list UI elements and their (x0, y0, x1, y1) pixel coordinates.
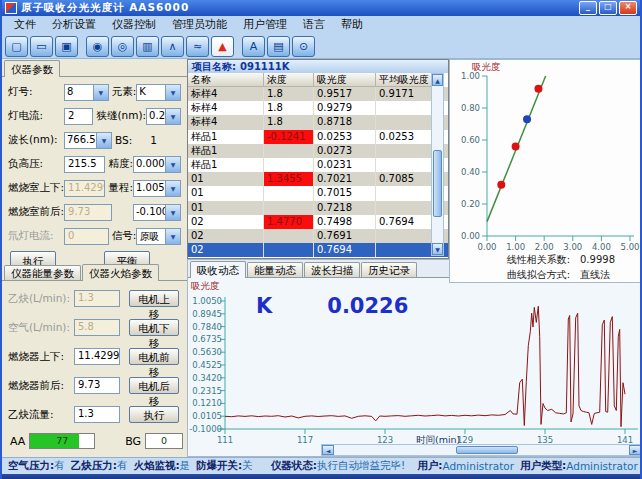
cell-absorbance: 0.7021 (314, 172, 376, 186)
scrollbar-thumb[interactable] (433, 150, 442, 217)
burner-updown-input[interactable]: 11.4299 (74, 348, 120, 365)
table-row[interactable]: 011.34550.70210.7085 (188, 172, 448, 186)
wavelength-label: 波长(nm): (8, 133, 64, 147)
range-select[interactable]: 1.0050▼ (133, 180, 181, 197)
close-button[interactable]: × (619, 1, 637, 15)
scrollbar-thumb[interactable] (456, 446, 518, 454)
table-row[interactable]: 样品10.0231 (188, 158, 448, 172)
d2-current-input: 0 (64, 228, 109, 245)
precision-select[interactable]: 0.0000▼ (133, 156, 181, 173)
cell-name: 样品1 (188, 158, 264, 172)
svg-text:0.6735: 0.6735 (192, 334, 222, 344)
cell-concentration: 1.8 (264, 101, 314, 115)
menubar: 文件分析设置仪器控制管理员功能用户管理语言帮助 (2, 16, 640, 34)
tab-flame-params[interactable]: 仪器火焰参数 (82, 264, 159, 281)
c2h2-flow-input[interactable]: 1.3 (74, 406, 120, 423)
chevron-down-icon[interactable]: ▼ (165, 229, 180, 244)
results-panel: 项目名称: 091111K 名称浓度吸光度平均吸光度 标样41.80.95170… (187, 59, 449, 259)
wavelength-select[interactable]: 766.5▼ (64, 132, 112, 149)
menu-item-5[interactable]: 语言 (295, 17, 333, 33)
chevron-down-icon[interactable]: ▼ (165, 109, 180, 124)
burner-frontback-input[interactable]: 9.73 (74, 377, 120, 394)
wavelength-icon[interactable]: ≈ (186, 36, 209, 57)
new-file-icon[interactable]: ▢ (5, 36, 28, 57)
minimize-button[interactable]: _ (579, 1, 597, 15)
menu-item-2[interactable]: 仪器控制 (104, 17, 164, 33)
element-select[interactable]: K▼ (136, 84, 181, 101)
column-header-3[interactable]: 平均吸光度 (376, 73, 432, 87)
scroll-down-icon[interactable]: ▼ (432, 243, 443, 255)
motor-down-button[interactable]: 电机下移 (129, 319, 179, 336)
table-row[interactable]: 标样41.80.9279 (188, 101, 448, 115)
chevron-down-icon[interactable]: ▼ (165, 181, 180, 196)
cell-avg-absorbance: 0.7085 (376, 172, 432, 186)
column-header-0[interactable]: 名称 (188, 73, 264, 87)
explosion-switch-value: 关 (242, 459, 253, 473)
scroll-right-icon[interactable]: ► (629, 445, 641, 455)
motor-forward-button[interactable]: 电机前移 (129, 348, 179, 365)
aa-energy-meter: 77 (29, 433, 95, 449)
save-icon[interactable]: ▣ (55, 36, 78, 57)
time-scrollbar[interactable]: ◄ ► (321, 444, 642, 456)
menu-item-4[interactable]: 用户管理 (235, 17, 295, 33)
cell-name: 标样4 (188, 87, 264, 101)
signal-select[interactable]: 原吸▼ (136, 228, 181, 245)
chevron-down-icon[interactable]: ▼ (165, 85, 180, 100)
lamp-no-label: 灯号: (8, 85, 64, 99)
table-row[interactable]: 标样41.80.8718 (188, 115, 448, 129)
tab-wavelength-scan[interactable]: 波长扫描 (304, 262, 360, 277)
offset-select[interactable]: -0.1000▼ (133, 204, 181, 221)
table-row[interactable]: 样品1-0.12410.02530.0253 (188, 130, 448, 144)
column-header-2[interactable]: 吸光度 (314, 73, 376, 87)
scroll-up-icon[interactable]: ▲ (432, 74, 443, 86)
autosampler-icon[interactable]: A (242, 36, 265, 57)
energy-100-icon[interactable]: ▥ (136, 36, 159, 57)
lamp-select-icon[interactable]: ◉ (86, 36, 109, 57)
chevron-down-icon[interactable]: ▼ (165, 205, 180, 220)
cell-name: 标样4 (188, 101, 264, 115)
app-window: 原子吸收分光光度计 AAS6000 _ □ × 文件分析设置仪器控制管理员功能用… (0, 0, 642, 479)
table-row[interactable]: 标样41.80.95170.9171 (188, 87, 448, 101)
hv-input[interactable]: 215.5 (64, 156, 105, 173)
instrument-status-value: 执行自动增益完毕! (317, 459, 405, 473)
cell-absorbance: 0.7015 (314, 186, 376, 200)
chevron-down-icon[interactable]: ▼ (165, 157, 180, 172)
open-folder-icon[interactable]: ▭ (30, 36, 53, 57)
tab-absorb-dynamics[interactable]: 吸收动态 (190, 261, 246, 278)
lamp-energy-icon[interactable]: ◎ (111, 36, 134, 57)
flame-icon[interactable]: ▲ (211, 36, 234, 57)
svg-text:4.00: 4.00 (592, 242, 611, 252)
chevron-down-icon[interactable]: ▼ (96, 133, 111, 148)
lamp-no-select[interactable]: 8▼ (64, 84, 109, 101)
tab-energy-params[interactable]: 仪器能量参数 (4, 265, 81, 280)
menu-item-1[interactable]: 分析设置 (44, 17, 104, 33)
menu-item-3[interactable]: 管理员功能 (164, 17, 235, 33)
printer-icon[interactable]: ▤ (267, 36, 290, 57)
slit-select[interactable]: 0.2▼ (146, 108, 181, 125)
cell-absorbance: 0.7694 (314, 243, 376, 257)
table-row[interactable]: 010.7015 (188, 186, 448, 200)
tab-history[interactable]: 历史记录 (361, 262, 417, 277)
table-row[interactable]: 020.7691 (188, 229, 448, 243)
menu-item-0[interactable]: 文件 (6, 17, 44, 33)
column-header-1[interactable]: 浓度 (264, 73, 314, 87)
table-row[interactable]: 020.7694 (188, 243, 448, 257)
scroll-left-icon[interactable]: ◄ (322, 445, 334, 455)
tab-instrument-params[interactable]: 仪器参数 (4, 60, 60, 77)
cell-absorbance: 0.9517 (314, 87, 376, 101)
table-row[interactable]: 样品10.0273 (188, 144, 448, 158)
menu-item-6[interactable]: 帮助 (333, 17, 371, 33)
table-row[interactable]: 021.47700.74980.7694 (188, 215, 448, 229)
motor-up-button[interactable]: 电机上移 (129, 290, 179, 307)
chevron-down-icon[interactable]: ▼ (93, 85, 108, 100)
table-row[interactable]: 010.7218 (188, 201, 448, 215)
tab-energy-dynamics[interactable]: 能量动态 (247, 262, 303, 277)
flame-monitor-value: 是 (180, 459, 191, 473)
maximize-button[interactable]: □ (599, 1, 617, 15)
table-scrollbar[interactable]: ▲ ▼ (431, 73, 444, 256)
peak-scan-icon[interactable]: ∧ (161, 36, 184, 57)
lamp-current-input[interactable]: 2 (64, 108, 93, 125)
flame-execute-button[interactable]: 执行 (129, 406, 179, 423)
power-icon[interactable]: ⊙ (292, 36, 315, 57)
motor-back-button[interactable]: 电机后移 (129, 377, 179, 394)
